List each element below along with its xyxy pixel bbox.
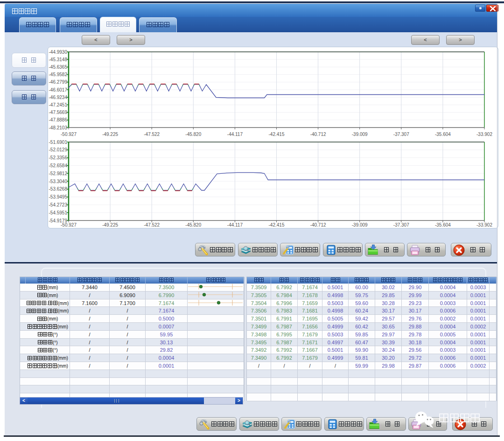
svg-text:-42.415: -42.415: [269, 132, 285, 137]
svg-text:-33.902: -33.902: [476, 132, 492, 137]
svg-text:-51.6901: -51.6901: [49, 140, 68, 145]
svg-text:-50.927: -50.927: [61, 132, 77, 137]
svg-text:-35.604: -35.604: [435, 222, 451, 228]
svg-text:-45.3148: -45.3148: [49, 57, 68, 62]
svg-text:-52.9812: -52.9812: [49, 171, 68, 176]
svg-text:-47.522: -47.522: [144, 222, 160, 228]
svg-text:-39.009: -39.009: [352, 132, 368, 137]
svg-text:-47.2451: -47.2451: [49, 102, 68, 107]
svg-text:-47.522: -47.522: [144, 132, 160, 137]
svg-text:-46.2799: -46.2799: [49, 79, 68, 85]
svg-text:-54.5951: -54.5951: [49, 210, 68, 215]
svg-text:-44.9930: -44.9930: [49, 50, 68, 55]
svg-text:-52.6584: -52.6584: [49, 163, 68, 168]
svg-text:-47.8886: -47.8886: [49, 117, 68, 122]
svg-text:-49.225: -49.225: [102, 222, 118, 228]
svg-text:-52.0129: -52.0129: [49, 147, 68, 152]
svg-text:-45.820: -45.820: [185, 222, 201, 228]
svg-text:-49.225: -49.225: [102, 132, 118, 137]
svg-text:-53.9495: -53.9495: [49, 194, 68, 199]
svg-text:-52.3356: -52.3356: [49, 155, 68, 160]
svg-text:-33.902: -33.902: [476, 222, 492, 228]
svg-text:-47.5669: -47.5669: [49, 110, 68, 115]
svg-text:-53.6268: -53.6268: [49, 186, 68, 192]
svg-text:-44.117: -44.117: [227, 132, 243, 137]
svg-text:-50.927: -50.927: [61, 222, 77, 228]
svg-text:-37.307: -37.307: [393, 132, 409, 137]
svg-text:-44.117: -44.117: [227, 222, 243, 228]
svg-text:-39.009: -39.009: [352, 222, 368, 228]
svg-text:-54.2723: -54.2723: [49, 202, 68, 207]
svg-text:-46.9234: -46.9234: [49, 95, 68, 100]
svg-text:-42.415: -42.415: [269, 222, 285, 228]
svg-text:-45.6365: -45.6365: [49, 64, 68, 70]
svg-text:-53.3040: -53.3040: [49, 179, 68, 184]
svg-text:-45.9582: -45.9582: [49, 72, 68, 77]
svg-text:-48.2103: -48.2103: [49, 125, 68, 130]
svg-text:-37.307: -37.307: [393, 222, 409, 228]
svg-text:-35.604: -35.604: [435, 132, 451, 137]
svg-text:-40.712: -40.712: [310, 132, 326, 137]
svg-text:-45.820: -45.820: [185, 132, 201, 137]
svg-text:-46.6017: -46.6017: [49, 87, 68, 92]
svg-text:-40.712: -40.712: [310, 222, 326, 228]
